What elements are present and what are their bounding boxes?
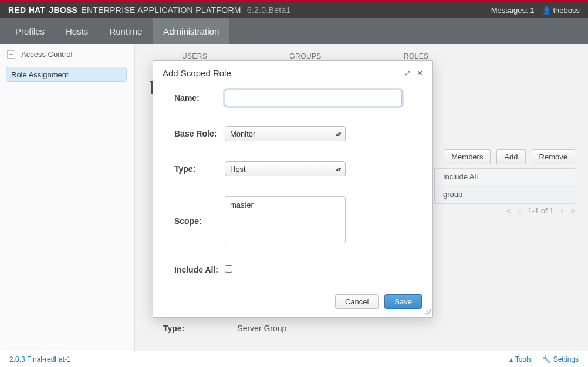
detail-type-row: Type: Server Group: [163, 324, 286, 333]
brand-jboss: JBOSS: [49, 5, 77, 15]
close-icon[interactable]: ✕: [417, 69, 423, 77]
base-role-select[interactable]: Monitor ▴▾: [225, 126, 346, 141]
brand-version: 6.2.0.Beta1: [247, 5, 291, 15]
label-include-all: Include All:: [174, 265, 225, 274]
pager-next-icon[interactable]: ›: [561, 206, 564, 215]
add-scoped-role-dialog: Add Scoped Role ⤢ ✕ Name: Base Role: Mon…: [153, 60, 433, 318]
pager-first-icon[interactable]: «: [506, 206, 511, 215]
pager-last-icon[interactable]: »: [570, 206, 575, 215]
dialog-title: Add Scoped Role: [163, 68, 231, 78]
cancel-button[interactable]: Cancel: [335, 294, 379, 309]
sidebar-section-label: Access Control: [21, 50, 72, 59]
footer-links: ▴Tools 🔧Settings: [509, 355, 579, 363]
row-scope: Scope:: [174, 196, 415, 245]
resize-handle-icon[interactable]: [424, 308, 431, 315]
detail-type-value: Server Group: [237, 324, 286, 333]
type-select[interactable]: Host ▴▾: [225, 161, 346, 176]
maximize-icon[interactable]: ⤢: [404, 69, 411, 77]
pager: « ‹ 1-1 of 1 › »: [506, 206, 575, 215]
row-include-all: Include All:: [174, 265, 415, 274]
save-button[interactable]: Save: [384, 294, 422, 309]
subnav-groups[interactable]: GROUPS: [289, 52, 321, 60]
label-type: Type:: [174, 164, 225, 174]
roles-table-fragment: Include All group: [434, 168, 575, 204]
row-type: Type: Host ▴▾: [174, 161, 415, 176]
chevron-updown-icon: ▴▾: [336, 130, 340, 138]
footer-tools-label: Tools: [515, 355, 532, 363]
col-include-all: Include All: [434, 168, 575, 185]
cell-group: group: [434, 185, 575, 204]
include-all-checkbox[interactable]: [225, 265, 232, 273]
footer-settings-label: Settings: [553, 355, 579, 363]
user-menu[interactable]: 👤theboss: [542, 6, 580, 15]
sidebar: − Access Control Role Assignment: [0, 44, 135, 351]
caret-up-icon: ▴: [509, 355, 513, 363]
label-name: Name:: [174, 93, 225, 103]
footer: 2.0.3.Final-redhat-1 ▴Tools 🔧Settings: [0, 351, 588, 367]
chevron-updown-icon: ▴▾: [336, 165, 340, 173]
top-bar: RED HAT JBOSS ENTERPRISE APPLICATION PLA…: [0, 2, 588, 18]
tab-administration[interactable]: Administration: [153, 18, 229, 44]
sidebar-section-header[interactable]: − Access Control: [0, 44, 134, 64]
pager-prev-icon[interactable]: ‹: [518, 206, 521, 215]
cell-group-text: group: [443, 190, 462, 199]
brand-eap: ENTERPRISE APPLICATION PLATFORM: [81, 5, 241, 15]
dialog-window-controls: ⤢ ✕: [404, 69, 423, 77]
dialog-body: Name: Base Role: Monitor ▴▾ Type: Host ▴…: [153, 84, 432, 294]
footer-tools[interactable]: ▴Tools: [509, 355, 532, 363]
row-name: Name:: [174, 90, 415, 106]
type-value: Host: [230, 165, 246, 174]
tab-profiles[interactable]: Profiles: [5, 18, 55, 44]
footer-settings[interactable]: 🔧Settings: [542, 355, 579, 363]
detail-type-label: Type:: [163, 324, 184, 333]
remove-button[interactable]: Remove: [532, 149, 575, 164]
nav-tabs: Profiles Hosts Runtime Administration: [0, 18, 588, 44]
subnav-roles[interactable]: ROLES: [404, 52, 429, 60]
label-scope: Scope:: [174, 216, 225, 226]
footer-version[interactable]: 2.0.3.Final-redhat-1: [9, 355, 71, 363]
username: theboss: [553, 6, 580, 15]
topbar-right: Messages: 1 👤theboss: [491, 6, 580, 15]
sidebar-item-role-assignment[interactable]: Role Assignment: [6, 67, 127, 82]
name-input[interactable]: [225, 90, 402, 106]
dialog-header: Add Scoped Role ⤢ ✕: [153, 61, 432, 84]
role-action-buttons: Members Add Remove: [444, 149, 575, 164]
dialog-footer: Cancel Save: [153, 294, 432, 317]
tab-hosts[interactable]: Hosts: [55, 18, 99, 44]
pager-text: 1-1 of 1: [528, 206, 553, 215]
members-button[interactable]: Members: [444, 149, 491, 164]
scope-textarea[interactable]: [225, 196, 346, 243]
add-button[interactable]: Add: [496, 149, 525, 164]
wrench-icon: 🔧: [542, 355, 551, 363]
subnav-users[interactable]: USERS: [182, 52, 207, 60]
base-role-value: Monitor: [230, 130, 255, 138]
collapse-icon[interactable]: −: [7, 50, 15, 59]
messages-link[interactable]: Messages: 1: [491, 6, 535, 15]
row-base-role: Base Role: Monitor ▴▾: [174, 126, 415, 141]
tab-runtime[interactable]: Runtime: [99, 18, 153, 44]
label-base-role: Base Role:: [174, 129, 225, 138]
brand-redhat: RED HAT: [8, 5, 45, 15]
user-icon: 👤: [542, 6, 551, 15]
brand: RED HAT JBOSS ENTERPRISE APPLICATION PLA…: [8, 5, 291, 15]
